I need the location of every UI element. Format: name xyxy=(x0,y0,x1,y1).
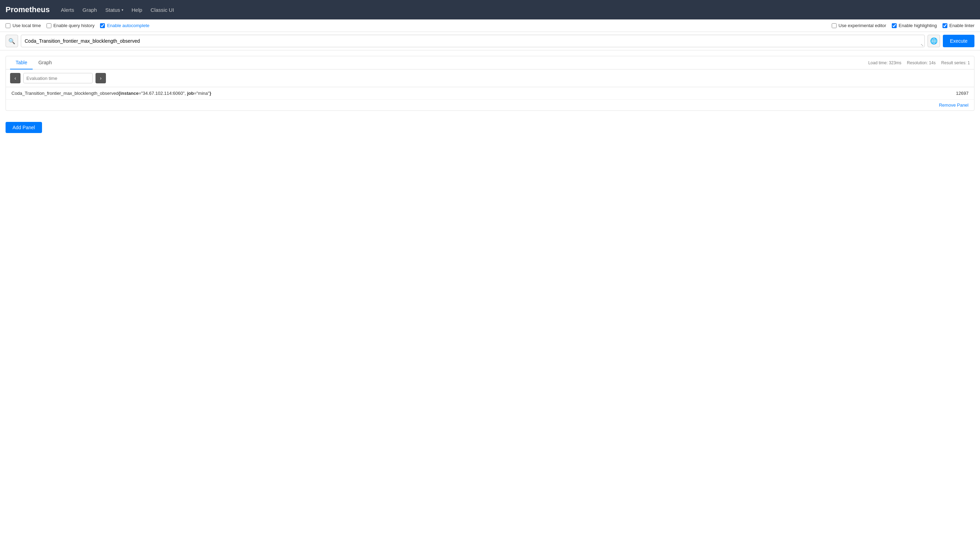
enable-linter-label[interactable]: Enable linter xyxy=(943,23,974,28)
search-input[interactable] xyxy=(21,35,925,47)
navbar: Prometheus Alerts Graph Status ▾ Help Cl… xyxy=(0,0,980,19)
result-value: 12697 xyxy=(956,91,969,96)
execute-button[interactable]: Execute xyxy=(943,35,974,47)
eval-time-row: ‹ › xyxy=(6,69,974,87)
enable-query-history-label[interactable]: Enable query history xyxy=(46,23,95,28)
chevron-left-icon: ‹ xyxy=(14,75,16,81)
toolbar-right: Use experimental editor Enable highlight… xyxy=(832,23,974,28)
enable-linter-checkbox[interactable] xyxy=(943,23,947,28)
enable-query-history-checkbox[interactable] xyxy=(46,23,51,28)
result-series: Result series: 1 xyxy=(941,61,970,65)
use-local-time-checkbox[interactable] xyxy=(6,23,10,28)
use-local-time-label[interactable]: Use local time xyxy=(6,23,41,28)
result-metric: Coda_Transition_frontier_max_blocklength… xyxy=(11,91,956,96)
eval-next-button[interactable]: › xyxy=(96,73,106,83)
globe-icon: 🌐 xyxy=(930,37,938,45)
search-icon: 🔍 xyxy=(8,38,15,45)
eval-time-input[interactable] xyxy=(23,73,93,83)
navbar-link-help[interactable]: Help xyxy=(131,7,143,13)
chevron-down-icon: ▾ xyxy=(122,8,123,12)
enable-autocomplete-checkbox[interactable] xyxy=(100,23,105,28)
resolution: Resolution: 14s xyxy=(907,61,936,65)
tab-graph[interactable]: Graph xyxy=(33,56,57,69)
navbar-brand[interactable]: Prometheus xyxy=(6,5,50,14)
toolbar-left: Use local time Enable query history Enab… xyxy=(6,23,826,28)
panel-tabs: Table Graph Load time: 323ms Resolution:… xyxy=(6,56,974,69)
load-time: Load time: 323ms xyxy=(868,61,901,65)
search-button[interactable]: 🔍 xyxy=(6,35,18,47)
panel-tab-info: Load time: 323ms Resolution: 14s Result … xyxy=(868,58,970,68)
use-experimental-editor-checkbox[interactable] xyxy=(832,23,837,28)
chevron-right-icon: › xyxy=(100,75,102,81)
tab-table[interactable]: Table xyxy=(10,56,33,69)
search-row: 🔍 ⤡ 🌐 Execute xyxy=(0,32,980,50)
table-row: Coda_Transition_frontier_max_blocklength… xyxy=(6,87,974,99)
navbar-link-status[interactable]: Status ▾ xyxy=(105,7,123,13)
navbar-link-classic-ui[interactable]: Classic UI xyxy=(151,7,175,13)
add-panel-button[interactable]: Add Panel xyxy=(6,122,42,133)
navbar-link-alerts[interactable]: Alerts xyxy=(61,7,74,13)
remove-panel-link[interactable]: Remove Panel xyxy=(939,103,969,107)
panel: Table Graph Load time: 323ms Resolution:… xyxy=(6,56,974,111)
resize-handle-icon: ⤡ xyxy=(921,43,924,47)
toolbar: Use local time Enable query history Enab… xyxy=(0,19,980,32)
enable-highlighting-label[interactable]: Enable highlighting xyxy=(892,23,937,28)
search-input-wrap: ⤡ xyxy=(21,35,925,47)
navbar-link-graph[interactable]: Graph xyxy=(83,7,97,13)
remove-panel-row: Remove Panel xyxy=(6,99,974,111)
globe-button[interactable]: 🌐 xyxy=(927,35,940,47)
eval-prev-button[interactable]: ‹ xyxy=(10,73,21,83)
enable-highlighting-checkbox[interactable] xyxy=(892,23,897,28)
use-experimental-editor-label[interactable]: Use experimental editor xyxy=(832,23,886,28)
enable-autocomplete-label[interactable]: Enable autocomplete xyxy=(100,23,149,28)
